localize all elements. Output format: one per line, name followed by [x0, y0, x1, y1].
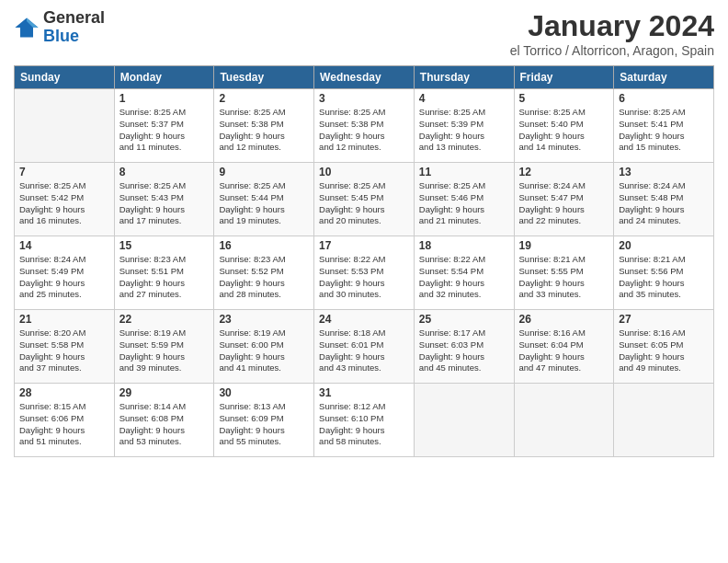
day-info: Sunrise: 8:25 AMSunset: 5:44 PMDaylight:…: [219, 180, 309, 227]
calendar-cell: [514, 384, 614, 457]
calendar-cell: 6Sunrise: 8:25 AMSunset: 5:41 PMDaylight…: [614, 89, 714, 163]
day-info: Sunrise: 8:24 AMSunset: 5:47 PMDaylight:…: [519, 180, 609, 227]
location: el Torrico / Altorricon, Aragon, Spain: [510, 43, 714, 58]
day-info: Sunrise: 8:12 AMSunset: 6:10 PMDaylight:…: [319, 401, 409, 448]
calendar-cell: 13Sunrise: 8:24 AMSunset: 5:48 PMDayligh…: [614, 163, 714, 236]
day-number: 12: [519, 166, 609, 178]
calendar-cell: 31Sunrise: 8:12 AMSunset: 6:10 PMDayligh…: [314, 384, 415, 457]
calendar-cell: 27Sunrise: 8:16 AMSunset: 6:05 PMDayligh…: [614, 310, 714, 384]
column-header-wednesday: Wednesday: [314, 66, 415, 89]
day-info: Sunrise: 8:25 AMSunset: 5:45 PMDaylight:…: [319, 180, 409, 227]
logo-general: General: [43, 9, 105, 28]
day-number: 16: [219, 239, 309, 252]
day-info: Sunrise: 8:18 AMSunset: 6:01 PMDaylight:…: [319, 327, 409, 374]
day-info: Sunrise: 8:25 AMSunset: 5:39 PMDaylight:…: [419, 107, 509, 154]
day-info: Sunrise: 8:23 AMSunset: 5:51 PMDaylight:…: [119, 254, 210, 301]
day-info: Sunrise: 8:15 AMSunset: 6:06 PMDaylight:…: [19, 401, 109, 448]
day-info: Sunrise: 8:25 AMSunset: 5:38 PMDaylight:…: [219, 107, 309, 154]
day-number: 9: [219, 166, 309, 178]
calendar-cell: 1Sunrise: 8:25 AMSunset: 5:37 PMDaylight…: [114, 89, 214, 163]
logo-text: General Blue: [43, 9, 105, 46]
day-number: 7: [19, 166, 109, 178]
calendar-cell: 24Sunrise: 8:18 AMSunset: 6:01 PMDayligh…: [314, 310, 415, 384]
day-info: Sunrise: 8:25 AMSunset: 5:37 PMDaylight:…: [119, 107, 210, 154]
calendar-cell: 11Sunrise: 8:25 AMSunset: 5:46 PMDayligh…: [414, 163, 514, 236]
day-number: 4: [419, 92, 509, 105]
day-number: 15: [119, 239, 210, 252]
day-number: 13: [619, 166, 709, 178]
day-info: Sunrise: 8:24 AMSunset: 5:49 PMDaylight:…: [19, 254, 109, 301]
column-header-saturday: Saturday: [614, 66, 714, 89]
day-number: 10: [319, 166, 409, 178]
calendar-cell: 21Sunrise: 8:20 AMSunset: 5:58 PMDayligh…: [15, 310, 115, 384]
day-number: 31: [319, 386, 409, 399]
calendar-cell: 10Sunrise: 8:25 AMSunset: 5:45 PMDayligh…: [314, 163, 415, 236]
calendar-cell: 3Sunrise: 8:25 AMSunset: 5:38 PMDaylight…: [314, 89, 415, 163]
logo-blue: Blue: [43, 28, 105, 46]
day-number: 14: [19, 239, 109, 252]
page-header: General Blue January 2024 el Torrico / A…: [14, 9, 714, 58]
day-info: Sunrise: 8:14 AMSunset: 6:08 PMDaylight:…: [119, 401, 210, 448]
calendar-cell: 29Sunrise: 8:14 AMSunset: 6:08 PMDayligh…: [114, 384, 214, 457]
calendar-week-4: 21Sunrise: 8:20 AMSunset: 5:58 PMDayligh…: [15, 310, 714, 384]
calendar-cell: 14Sunrise: 8:24 AMSunset: 5:49 PMDayligh…: [15, 236, 115, 310]
day-info: Sunrise: 8:22 AMSunset: 5:54 PMDaylight:…: [419, 254, 509, 301]
day-info: Sunrise: 8:25 AMSunset: 5:40 PMDaylight:…: [519, 107, 609, 154]
calendar-week-3: 14Sunrise: 8:24 AMSunset: 5:49 PMDayligh…: [15, 236, 714, 310]
calendar-cell: [15, 89, 115, 163]
calendar-week-5: 28Sunrise: 8:15 AMSunset: 6:06 PMDayligh…: [15, 384, 714, 457]
calendar-cell: 12Sunrise: 8:24 AMSunset: 5:47 PMDayligh…: [514, 163, 614, 236]
calendar-cell: 8Sunrise: 8:25 AMSunset: 5:43 PMDaylight…: [114, 163, 214, 236]
calendar-cell: 28Sunrise: 8:15 AMSunset: 6:06 PMDayligh…: [15, 384, 115, 457]
day-number: 19: [519, 239, 609, 252]
day-number: 8: [119, 166, 210, 178]
calendar-cell: 19Sunrise: 8:21 AMSunset: 5:55 PMDayligh…: [514, 236, 614, 310]
calendar-cell: 2Sunrise: 8:25 AMSunset: 5:38 PMDaylight…: [214, 89, 314, 163]
day-number: 2: [219, 92, 309, 105]
page-container: General Blue January 2024 el Torrico / A…: [0, 0, 728, 462]
day-number: 23: [219, 313, 309, 326]
day-info: Sunrise: 8:16 AMSunset: 6:04 PMDaylight:…: [519, 327, 609, 374]
day-number: 11: [419, 166, 509, 178]
day-info: Sunrise: 8:19 AMSunset: 5:59 PMDaylight:…: [119, 327, 210, 374]
day-number: 28: [19, 386, 109, 399]
day-number: 17: [319, 239, 409, 252]
day-number: 26: [519, 313, 609, 326]
column-header-monday: Monday: [114, 66, 214, 89]
calendar-cell: 15Sunrise: 8:23 AMSunset: 5:51 PMDayligh…: [114, 236, 214, 310]
day-info: Sunrise: 8:19 AMSunset: 6:00 PMDaylight:…: [219, 327, 309, 374]
calendar-cell: 7Sunrise: 8:25 AMSunset: 5:42 PMDaylight…: [15, 163, 115, 236]
day-info: Sunrise: 8:25 AMSunset: 5:46 PMDaylight:…: [419, 180, 509, 227]
day-info: Sunrise: 8:24 AMSunset: 5:48 PMDaylight:…: [619, 180, 709, 227]
day-number: 25: [419, 313, 509, 326]
calendar-cell: 30Sunrise: 8:13 AMSunset: 6:09 PMDayligh…: [214, 384, 314, 457]
calendar-cell: [614, 384, 714, 457]
day-info: Sunrise: 8:21 AMSunset: 5:55 PMDaylight:…: [519, 254, 609, 301]
day-number: 29: [119, 386, 210, 399]
day-info: Sunrise: 8:25 AMSunset: 5:43 PMDaylight:…: [119, 180, 210, 227]
calendar-cell: 4Sunrise: 8:25 AMSunset: 5:39 PMDaylight…: [414, 89, 514, 163]
calendar-cell: 16Sunrise: 8:23 AMSunset: 5:52 PMDayligh…: [214, 236, 314, 310]
calendar-cell: 5Sunrise: 8:25 AMSunset: 5:40 PMDaylight…: [514, 89, 614, 163]
calendar-cell: 26Sunrise: 8:16 AMSunset: 6:04 PMDayligh…: [514, 310, 614, 384]
day-info: Sunrise: 8:25 AMSunset: 5:41 PMDaylight:…: [619, 107, 709, 154]
calendar-cell: 23Sunrise: 8:19 AMSunset: 6:00 PMDayligh…: [214, 310, 314, 384]
logo-icon: [14, 15, 40, 40]
calendar-cell: 18Sunrise: 8:22 AMSunset: 5:54 PMDayligh…: [414, 236, 514, 310]
column-header-tuesday: Tuesday: [214, 66, 314, 89]
day-info: Sunrise: 8:22 AMSunset: 5:53 PMDaylight:…: [319, 254, 409, 301]
header-row: SundayMondayTuesdayWednesdayThursdayFrid…: [15, 66, 714, 89]
calendar-cell: 22Sunrise: 8:19 AMSunset: 5:59 PMDayligh…: [114, 310, 214, 384]
day-number: 3: [319, 92, 409, 105]
calendar-cell: 20Sunrise: 8:21 AMSunset: 5:56 PMDayligh…: [614, 236, 714, 310]
day-info: Sunrise: 8:23 AMSunset: 5:52 PMDaylight:…: [219, 254, 309, 301]
day-number: 1: [119, 92, 210, 105]
calendar-week-2: 7Sunrise: 8:25 AMSunset: 5:42 PMDaylight…: [15, 163, 714, 236]
day-number: 30: [219, 386, 309, 399]
day-info: Sunrise: 8:25 AMSunset: 5:38 PMDaylight:…: [319, 107, 409, 154]
day-number: 22: [119, 313, 210, 326]
day-number: 18: [419, 239, 509, 252]
day-info: Sunrise: 8:20 AMSunset: 5:58 PMDaylight:…: [19, 327, 109, 374]
month-title: January 2024: [510, 9, 714, 43]
day-number: 5: [519, 92, 609, 105]
